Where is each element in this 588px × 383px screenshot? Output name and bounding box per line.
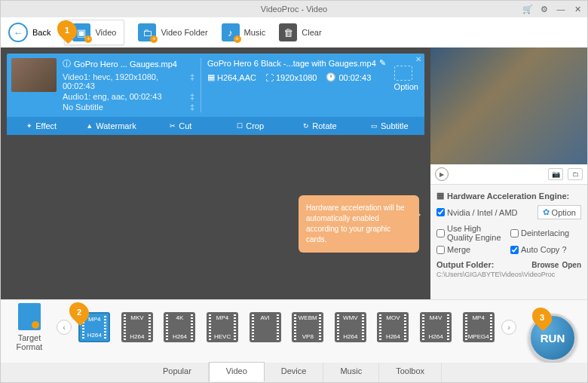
- cut-button[interactable]: ✂ Cut: [146, 117, 216, 135]
- target-format-icon: [18, 303, 41, 330]
- merge-checkbox[interactable]: Merge: [436, 245, 507, 254]
- clear-label: Clear: [302, 28, 321, 37]
- window-controls: 🛒 ⚙ — ✕: [522, 5, 583, 14]
- video-folder-button[interactable]: 🗀+ Video Folder: [138, 23, 207, 41]
- music-button[interactable]: ♪+ Music: [222, 23, 266, 41]
- open-button[interactable]: Open: [562, 261, 581, 269]
- format-list: MP4H264MKVH2644KH264MP4HEVCAVIWEBMVP8WMV…: [76, 312, 497, 342]
- music-icon: ♪+: [222, 23, 240, 41]
- output-info: GoPro Hero 6 Black -...tage with Gauges.…: [207, 58, 420, 112]
- settings-panel: ▦Hardware Acceleration Engine: Nvidia / …: [430, 184, 587, 284]
- format-mp4-mpeg4[interactable]: MP4MPEG4: [460, 312, 497, 342]
- hw-option-button[interactable]: ✿Option: [537, 205, 581, 219]
- card-toolbar: ✦ Effect ▲ Watermark ✂ Cut ☐ Crop ↻ Rota…: [7, 117, 424, 135]
- tab-toolbox[interactable]: Toolbox: [379, 363, 442, 382]
- format-prev-button[interactable]: ‹: [57, 320, 72, 335]
- toolbar: ← Back ▣+ Video 🗀+ Video Folder ♪+ Music…: [1, 17, 587, 47]
- subtitle-button[interactable]: ▭ Subtitle: [355, 117, 424, 135]
- preview-image: [430, 47, 587, 164]
- format-mkv-h264[interactable]: MKVH264: [119, 312, 156, 342]
- settings-icon[interactable]: ⚙: [539, 5, 550, 14]
- resolution-badge: ⛶ 1920x1080: [265, 73, 317, 82]
- trash-icon: 🗑: [279, 23, 297, 41]
- target-format[interactable]: Target Format: [7, 303, 52, 351]
- title-bar: VideoProc - Video 🛒 ⚙ — ✕: [1, 1, 587, 17]
- format-m4v-h264[interactable]: M4VH264: [418, 312, 455, 342]
- back-button[interactable]: ← Back: [8, 23, 51, 42]
- effect-button[interactable]: ✦ Effect: [7, 117, 76, 135]
- back-label: Back: [32, 28, 51, 37]
- auto-copy-checkbox[interactable]: Auto Copy ?: [510, 245, 581, 254]
- video-track: Video1: hevc, 1920x1080, 00:02:43: [63, 72, 190, 90]
- target-format-label: Target Format: [17, 333, 43, 351]
- output-path: C:\Users\GIGABYTE\Videos\VideoProc: [436, 271, 581, 278]
- hw-title: ▦Hardware Acceleration Engine:: [436, 191, 581, 201]
- tab-device[interactable]: Device: [265, 363, 324, 382]
- format-4k-h264[interactable]: 4KH264: [161, 312, 198, 342]
- format-next-button[interactable]: ›: [501, 320, 516, 335]
- hw-vendor-checkbox[interactable]: Nvidia / Intel / AMD: [436, 208, 518, 217]
- window-title: VideoProc - Video: [261, 5, 327, 14]
- video-label: Video: [95, 28, 116, 37]
- folder-icon: 🗀+: [138, 23, 156, 41]
- preview-area: [430, 47, 587, 164]
- right-panel: ▶ 📷 🗀 ▦Hardware Acceleration Engine: Nvi…: [430, 47, 587, 299]
- subtitle-track: No Subtitle: [63, 103, 103, 112]
- cart-icon[interactable]: 🛒: [522, 5, 533, 14]
- hw-tooltip: Hardware acceleration will be automatica…: [299, 195, 419, 253]
- card-close-icon[interactable]: ✕: [415, 55, 421, 63]
- source-filename: GoPro Hero ... Gauges.mp4: [74, 60, 177, 69]
- tab-popular[interactable]: Popular: [146, 363, 209, 382]
- music-label: Music: [244, 28, 266, 37]
- format-mp4-hevc[interactable]: MP4HEVC: [204, 312, 241, 342]
- option-label: Option: [394, 82, 418, 91]
- video-thumbnail: [11, 58, 57, 92]
- help-icon[interactable]: ?: [562, 245, 566, 254]
- watermark-button[interactable]: ▲ Watermark: [76, 117, 145, 135]
- close-icon[interactable]: ✕: [572, 5, 583, 14]
- source-info: ⓘGoPro Hero ... Gauges.mp4 Video1: hevc,…: [63, 58, 194, 112]
- format-wmv-h264[interactable]: WMVH264: [332, 312, 369, 342]
- snapshot-button[interactable]: 📷: [548, 168, 563, 180]
- gear-icon: ✿: [543, 207, 550, 217]
- format-avi-[interactable]: AVI: [247, 312, 283, 342]
- output-folder-label: Output Folder:: [436, 260, 494, 269]
- hq-engine-checkbox[interactable]: Use High Quality Engine: [436, 224, 507, 242]
- rotate-button[interactable]: ↻ Rotate: [285, 117, 354, 135]
- chip-icon: ▦: [436, 191, 444, 201]
- format-mov-h264[interactable]: MOVH264: [375, 312, 412, 342]
- back-arrow-icon: ←: [8, 23, 28, 42]
- clear-button[interactable]: 🗑 Clear: [279, 23, 321, 41]
- browse-button[interactable]: Browse: [531, 261, 559, 269]
- video-card[interactable]: ✕ ⓘGoPro Hero ... Gauges.mp4 Video1: hev…: [7, 54, 424, 135]
- codec-icon: [394, 66, 412, 81]
- folder-label: Video Folder: [161, 28, 207, 37]
- main-area: ✕ ⓘGoPro Hero ... Gauges.mp4 Video1: hev…: [1, 47, 587, 299]
- format-row: Target Format ‹ MP4H264MKVH2644KH264MP4H…: [1, 300, 587, 354]
- play-button[interactable]: ▶: [435, 167, 449, 181]
- deinterlacing-checkbox[interactable]: Deinterlacing: [510, 224, 581, 242]
- duration-badge: 🕐 00:02:43: [326, 72, 371, 82]
- preview-controls: ▶ 📷 🗀: [430, 164, 587, 184]
- crop-button[interactable]: ☐ Crop: [216, 117, 285, 135]
- info-icon: ⓘ: [63, 58, 71, 69]
- codec-badge: ▦ H264,AAC: [207, 72, 256, 82]
- output-folder: Output Folder: Browse Open C:\Users\GIGA…: [436, 260, 581, 278]
- video-list-pane: ✕ ⓘGoPro Hero ... Gauges.mp4 Video1: hev…: [1, 47, 430, 299]
- output-filename: GoPro Hero 6 Black -...tage with Gauges.…: [207, 59, 376, 68]
- tab-video[interactable]: Video: [209, 362, 265, 381]
- format-webm-vp8[interactable]: WEBMVP8: [289, 312, 326, 342]
- codec-option[interactable]: Option: [394, 66, 418, 91]
- minimize-icon[interactable]: —: [556, 5, 566, 14]
- format-tabs: Popular Video Device Music Toolbox: [1, 363, 587, 382]
- snapshot-folder-button[interactable]: 🗀: [568, 168, 583, 180]
- edit-icon[interactable]: ✎: [379, 58, 386, 68]
- tab-music[interactable]: Music: [323, 363, 379, 382]
- audio-track: Audio1: eng, aac, 00:02:43: [63, 92, 162, 101]
